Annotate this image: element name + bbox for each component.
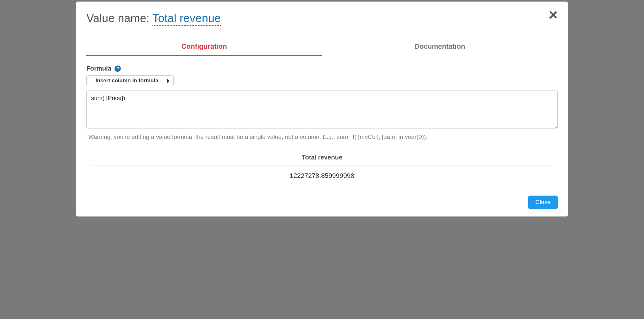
close-icon[interactable] [548, 9, 559, 21]
tab-bar: Configuration Documentation [76, 37, 568, 56]
modal-header: Value name: Total revenue [76, 2, 568, 34]
formula-input[interactable]: sum( [Price]) [86, 91, 558, 128]
formula-label-text: Formula [86, 65, 111, 72]
modal-title: Value name: Total revenue [86, 12, 558, 25]
value-name-editable[interactable]: Total revenue [152, 12, 221, 26]
tab-documentation[interactable]: Documentation [322, 37, 558, 56]
modal-footer: Close [76, 189, 568, 216]
chevron-updown-icon: ▲▼ [166, 78, 170, 83]
formula-editor-modal: Value name: Total revenue Configuration … [76, 1, 568, 217]
result-section: Total revenue 12227278.859999998 [86, 154, 558, 183]
tab-configuration[interactable]: Configuration [86, 37, 322, 56]
close-button[interactable]: Close [528, 196, 558, 209]
dropdown-selected-label: -- Insert column in formula -- [90, 78, 163, 84]
result-value: 12227278.859999998 [92, 166, 552, 183]
help-icon[interactable]: ? [115, 66, 121, 72]
insert-column-dropdown[interactable]: -- Insert column in formula -- ▲▼ [86, 75, 174, 86]
result-column-header: Total revenue [92, 154, 552, 166]
value-name-label: Value name: [86, 12, 152, 25]
formula-warning-text: Warning: you're editing a value formula,… [86, 134, 558, 141]
formula-section-label: Formula ? [86, 65, 558, 72]
tab-content-configuration: Formula ? -- Insert column in formula --… [76, 56, 568, 189]
